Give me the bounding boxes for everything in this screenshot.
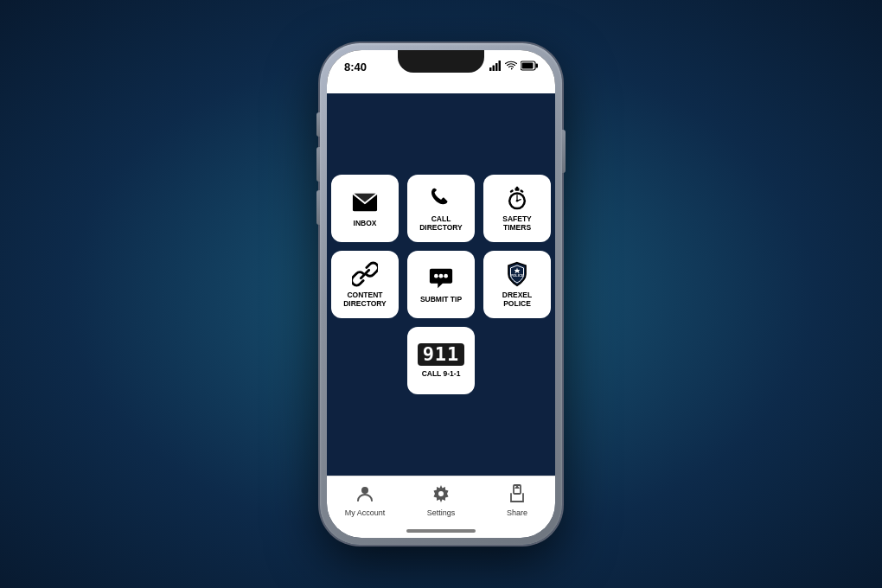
tab-share-label: Share — [507, 508, 527, 517]
call-icon — [428, 185, 454, 211]
call-911-label: CALL 9-1-1 — [422, 369, 461, 378]
svg-rect-14 — [509, 189, 514, 193]
svg-point-20 — [434, 274, 438, 278]
home-indicator — [406, 529, 476, 533]
call-911-tile[interactable]: 911 CALL 9-1-1 — [407, 327, 475, 394]
call-911-icon: 911 — [418, 343, 465, 366]
svg-point-27 — [438, 491, 444, 496]
tab-share[interactable]: Share — [479, 483, 555, 517]
notch — [398, 50, 484, 73]
911-number: 911 — [418, 343, 465, 366]
phone-screen: 8:40 — [327, 50, 555, 538]
submit-tip-label: SUBMIT TIP — [420, 295, 462, 304]
phone-frame: 8:40 — [320, 43, 562, 545]
status-icons — [489, 61, 538, 71]
settings-gear-icon — [431, 483, 451, 507]
content-directory-label: CONTENTDIRECTORY — [343, 291, 387, 308]
safety-timers-tile[interactable]: SAFETYTIMERS — [483, 175, 551, 242]
svg-rect-5 — [536, 64, 539, 68]
grid-row-2: CONTENTDIRECTORY — [331, 251, 551, 318]
volume-down-button — [316, 190, 320, 225]
share-icon — [507, 483, 527, 507]
tab-settings-label: Settings — [427, 508, 456, 517]
tab-settings[interactable]: Settings — [403, 483, 479, 517]
svg-rect-3 — [499, 61, 502, 71]
app-content: INBOX CALLDIRECTORY — [327, 93, 555, 538]
inbox-label: INBOX — [354, 219, 377, 227]
svg-point-25 — [361, 487, 368, 494]
svg-rect-6 — [522, 63, 534, 69]
timer-icon — [504, 185, 530, 211]
volume-up-button — [316, 147, 320, 182]
silent-switch — [316, 112, 320, 137]
content-directory-tile[interactable]: CONTENTDIRECTORY — [331, 251, 399, 318]
wifi-icon — [505, 61, 517, 71]
grid-row-3: 911 CALL 9-1-1 — [407, 327, 475, 394]
drexel-police-label: DREXELPOLICE — [502, 291, 532, 308]
status-bar: 8:40 — [327, 50, 555, 93]
inbox-icon — [352, 189, 378, 215]
call-directory-tile[interactable]: CALLDIRECTORY — [407, 175, 475, 242]
phone-device: 8:40 — [320, 43, 562, 545]
call-directory-label: CALLDIRECTORY — [419, 214, 463, 232]
svg-rect-13 — [516, 186, 519, 189]
inbox-tile[interactable]: INBOX — [331, 175, 399, 242]
safety-timers-label: SAFETYTIMERS — [502, 214, 532, 232]
svg-rect-1 — [493, 66, 495, 72]
drexel-police-tile[interactable]: POLICE DREXELPOLICE — [483, 251, 551, 318]
grid-row-1: INBOX CALLDIRECTORY — [331, 175, 551, 242]
submit-tip-icon — [428, 265, 454, 291]
drexel-police-icon: POLICE — [504, 261, 530, 287]
battery-icon — [521, 61, 538, 71]
power-button — [562, 130, 566, 173]
svg-rect-15 — [520, 189, 524, 193]
account-icon — [355, 483, 375, 507]
content-directory-icon — [352, 261, 378, 287]
signal-icon — [489, 61, 502, 71]
tab-my-account[interactable]: My Account — [327, 483, 403, 517]
submit-tip-tile[interactable]: SUBMIT TIP — [407, 251, 475, 318]
svg-rect-0 — [489, 67, 492, 71]
svg-point-18 — [516, 200, 519, 202]
svg-rect-2 — [495, 63, 498, 71]
svg-text:POLICE: POLICE — [510, 272, 524, 277]
app-main-grid: INBOX CALLDIRECTORY — [327, 93, 555, 476]
svg-point-21 — [439, 274, 444, 278]
svg-point-22 — [444, 274, 448, 278]
tab-my-account-label: My Account — [345, 508, 386, 517]
